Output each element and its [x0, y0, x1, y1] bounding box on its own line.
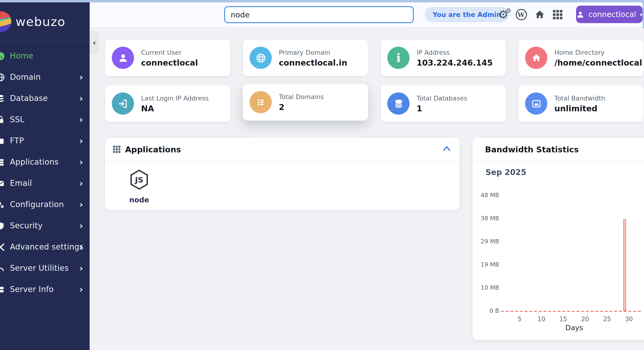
server-icon — [0, 285, 5, 294]
month-label: Sep 2025 — [486, 168, 526, 177]
app-launcher-grid-icon[interactable] — [552, 10, 562, 20]
applications-panel: Applications JS node — [105, 137, 460, 210]
logo[interactable]: webuzo — [0, 2, 90, 42]
chevron-right-icon: › — [79, 156, 83, 167]
stat-label: Current User — [141, 48, 198, 56]
info-icon: i — [387, 47, 410, 69]
bandwidth-panel-header: Bandwidth Statistics — [473, 138, 644, 161]
sidebar-item-email[interactable]: Email › — [0, 173, 90, 194]
sidebar-item-home[interactable]: Home — [0, 45, 90, 66]
stat-label: IP Address — [416, 48, 493, 56]
chevron-right-icon: › — [79, 220, 83, 230]
shield-icon — [0, 221, 5, 230]
chevron-right-icon: › — [79, 114, 83, 124]
wrench-icon — [0, 264, 5, 273]
sidebar-item-ftp[interactable]: FTP › — [0, 130, 90, 152]
sidebar-item-database[interactable]: Database › — [0, 88, 90, 109]
search-input[interactable] — [224, 6, 414, 23]
admin-badge: You are the Admin — [424, 7, 509, 22]
list-icon — [250, 91, 272, 113]
sidebar-item-label: Server Info — [10, 285, 54, 294]
user-icon — [112, 47, 134, 69]
sidebar-item-label: Server Utilities — [10, 264, 69, 273]
app-name: node — [123, 196, 155, 204]
stat-card-last-login-ip[interactable]: Last Login IP AddressNA — [105, 85, 231, 122]
x-axis-label: Days — [544, 324, 605, 332]
sidebar-item-label: Home — [10, 52, 33, 60]
database-icon — [0, 94, 5, 103]
stat-card-ip-address[interactable]: i IP Address103.224.246.145 — [380, 39, 506, 76]
sidebar-item-server-utilities[interactable]: Server Utilities › — [0, 258, 90, 279]
nodejs-icon: JS — [128, 169, 150, 192]
sidebar-item-ssl[interactable]: SSL › — [0, 109, 90, 130]
stat-card-total-domains[interactable]: Total Domains2 — [242, 84, 368, 121]
y-axis-tick: 48 MB — [473, 192, 499, 198]
wordpress-icon[interactable]: W — [516, 9, 527, 20]
chevron-right-icon: › — [79, 135, 83, 146]
gears-icon — [0, 200, 5, 209]
stat-value: connectlocal — [141, 58, 198, 67]
applications-panel-header: Applications — [105, 138, 460, 161]
y-axis-tick: 0 B — [473, 307, 499, 314]
chevron-right-icon: › — [79, 262, 83, 273]
sidebar-item-server-info[interactable]: Server Info › — [0, 279, 90, 300]
stat-label: Last Login IP Address — [141, 94, 209, 102]
stat-card-current-user[interactable]: Current Userconnectlocal — [105, 39, 231, 76]
sidebar-item-label: Advanced settings — [10, 242, 84, 252]
stat-value: /home/connectlocal — [554, 58, 637, 67]
chevron-right-icon: › — [79, 241, 83, 252]
y-axis-tick: 10 MB — [473, 284, 499, 291]
stat-card-home-directory[interactable]: Home Directory/home/connectlocal — [518, 39, 644, 76]
stat-card-primary-domain[interactable]: Primary Domainconnectlocal.in — [242, 39, 368, 76]
webuzo-logo-icon — [0, 11, 11, 32]
bandwidth-bar[interactable] — [623, 219, 626, 311]
tools-icon — [0, 242, 5, 252]
sidebar-item-advanced-settings[interactable]: Advanced settings › — [0, 236, 90, 258]
stat-value: connectlocal.in — [279, 58, 347, 67]
collapse-up-icon[interactable] — [442, 144, 452, 155]
sidebar-collapse-button[interactable]: ‹ — [90, 31, 99, 54]
topbar-icons: ⚙⚙ W — [498, 6, 562, 23]
sidebar-item-label: Applications — [10, 158, 58, 166]
sidebar-item-label: Configuration — [10, 200, 64, 209]
chevron-right-icon: › — [79, 199, 83, 209]
home-icon[interactable] — [534, 9, 545, 20]
sidebar-item-domain[interactable]: Domain › — [0, 66, 90, 88]
logo-text: webuzo — [16, 14, 66, 29]
y-axis-tick: 38 MB — [473, 214, 499, 222]
apps-stack-icon — [0, 157, 5, 167]
settings-gears-icon[interactable]: ⚙⚙ — [498, 9, 508, 20]
stat-value: 103.224.246.145 — [416, 58, 493, 67]
zero-baseline — [501, 311, 641, 312]
sidebar-nav: Home Domain › Database › SSL — [0, 42, 90, 300]
user-menu-button[interactable]: connectlocal ▾ — [576, 6, 642, 23]
main-content: ‹ Current Userconnectlocal Primary Domai… — [90, 28, 644, 350]
apps-grid-icon — [113, 145, 121, 153]
stat-value: unlimited — [554, 104, 605, 113]
app-item-node[interactable]: JS node — [123, 169, 155, 204]
x-axis-tick: 20 — [580, 316, 591, 323]
home-icon — [525, 47, 547, 69]
sidebar-item-label: Email — [10, 179, 32, 188]
x-axis-tick: 5 — [514, 316, 525, 323]
chevron-right-icon: › — [79, 93, 83, 103]
stat-label: Primary Domain — [279, 48, 347, 56]
lock-icon — [0, 115, 5, 124]
globe-icon — [250, 47, 272, 69]
sidebar-item-security[interactable]: Security › — [0, 215, 90, 236]
sidebar-item-label: Domain — [10, 73, 40, 82]
chevron-right-icon: › — [79, 284, 83, 294]
bandwidth-subheader: Sep 2025 Prev Month — [473, 161, 644, 187]
webuzo-dashboard: webuzo Home Domain › Database — [0, 0, 644, 350]
stat-label: Home Directory — [554, 48, 637, 56]
stat-card-total-databases[interactable]: Total Databases1 — [380, 85, 506, 122]
caret-down-icon: ▾ — [640, 12, 642, 18]
y-axis-tick: 29 MB — [473, 238, 499, 245]
stat-card-total-bandwidth[interactable]: Total Bandwidthunlimited — [518, 85, 644, 122]
bandwidth-chart-icon — [525, 92, 547, 114]
sidebar-item-applications[interactable]: Applications › — [0, 152, 90, 173]
sidebar-item-label: Database — [10, 94, 48, 103]
sidebar-item-configuration[interactable]: Configuration › — [0, 194, 90, 215]
login-icon — [112, 92, 134, 114]
stat-label: Total Databases — [416, 94, 467, 102]
